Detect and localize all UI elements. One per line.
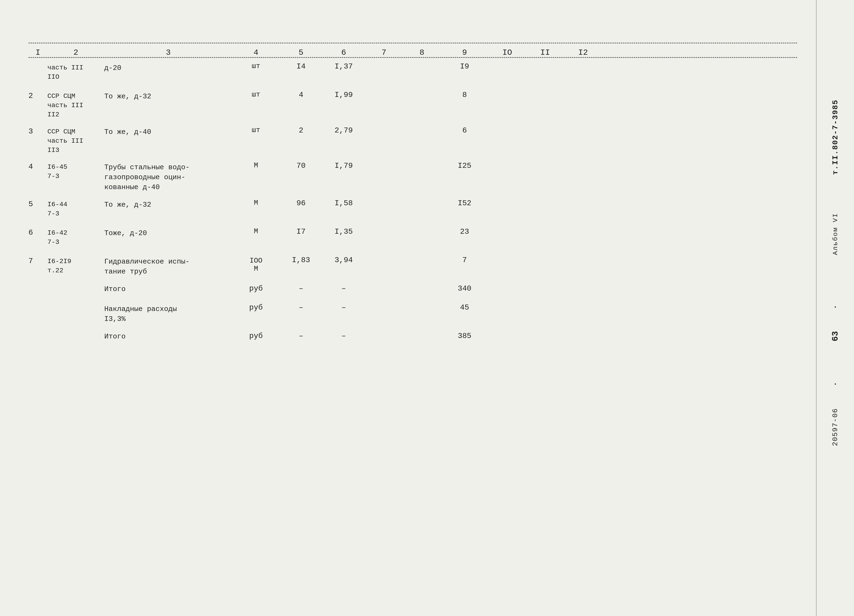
row1-total: 8 — [441, 90, 488, 101]
row1-desc: То же, д-32 — [104, 90, 232, 101]
row7-col10 — [488, 284, 526, 286]
row7-col12 — [564, 284, 602, 286]
row8-ref — [47, 303, 104, 305]
row2-desc: То же, д-40 — [104, 126, 232, 137]
row4-desc: То же, д-32 — [104, 199, 232, 210]
side-margin: т.II.802-7-3985 Альбом VI · 63 · 20597-0… — [816, 0, 854, 616]
row7-unit: руб — [232, 284, 280, 295]
row7-col8 — [403, 284, 441, 286]
row7-qty: – — [280, 284, 322, 295]
row3-col10 — [488, 162, 526, 163]
row0-col11 — [526, 62, 564, 64]
col-header-6: 6 — [322, 48, 365, 57]
row1-price: I,99 — [322, 90, 365, 101]
table-row: 5 I6-44 7-3 То же, д-32 М 96 I,58 I52 — [29, 195, 797, 224]
table-row: 3 ССР СЦМ часть III II3 То же, д-40 шт 2… — [29, 123, 797, 158]
col-header-7: 7 — [365, 48, 403, 57]
row7-col11 — [526, 284, 564, 286]
row4-col10 — [488, 199, 526, 201]
row6-qty: I,83 — [280, 256, 322, 267]
table-row: 2 ССР СЦМ часть III II2 То же, д-32 шт 4… — [29, 87, 797, 123]
row7-price: – — [322, 284, 365, 295]
row9-num — [29, 332, 47, 334]
row2-col8 — [403, 126, 441, 128]
row4-price: I,58 — [322, 199, 365, 209]
row5-unit: М — [232, 227, 280, 237]
row8-col7 — [365, 303, 403, 305]
row0-desc: д-20 — [104, 62, 232, 73]
row0-total: I9 — [441, 62, 488, 73]
row6-col11 — [526, 256, 564, 258]
side-label-bottom: 20597-06 — [831, 408, 839, 446]
row3-col11 — [526, 162, 564, 163]
row5-col12 — [564, 227, 602, 229]
row9-unit: руб — [232, 332, 280, 342]
row4-total: I52 — [441, 199, 488, 209]
row6-unit: IOO М — [232, 256, 280, 273]
row4-num: 5 — [29, 199, 47, 209]
page: I 2 3 4 5 6 7 8 9 IO II I2 часть III IIO… — [0, 0, 854, 616]
row2-unit: шт — [232, 126, 280, 136]
row8-col12 — [564, 303, 602, 305]
row3-num: 4 — [29, 162, 47, 171]
row0-unit: шт — [232, 62, 280, 72]
row5-ref: I6-42 7-3 — [47, 227, 104, 247]
row4-col7 — [365, 199, 403, 201]
col-header-11: II — [526, 48, 564, 57]
row8-col8 — [403, 303, 441, 305]
row1-col11 — [526, 90, 564, 92]
row6-total: 7 — [441, 256, 488, 267]
row5-num: 6 — [29, 227, 47, 237]
row6-ref: I6-2I9 т.22 — [47, 256, 104, 275]
row0-col10 — [488, 62, 526, 64]
row7-total: 340 — [441, 284, 488, 295]
table-row: Итого руб – – 385 — [29, 328, 797, 347]
row5-col7 — [365, 227, 403, 229]
row9-price: – — [322, 332, 365, 342]
row5-desc: Тоже, д-20 — [104, 227, 232, 238]
row3-col8 — [403, 162, 441, 163]
row6-price: 3,94 — [322, 256, 365, 267]
row7-desc: Итого — [104, 284, 232, 296]
dashed-line-header — [29, 57, 797, 58]
row3-price: I,79 — [322, 162, 365, 172]
row7-col7 — [365, 284, 403, 286]
row7-num — [29, 284, 47, 286]
row1-col10 — [488, 90, 526, 92]
row3-total: I25 — [441, 162, 488, 172]
row2-col12 — [564, 126, 602, 128]
row9-ref — [47, 332, 104, 334]
row0-qty: I4 — [280, 62, 322, 73]
row2-ref: ССР СЦМ часть III II3 — [47, 126, 104, 155]
row1-col7 — [365, 90, 403, 92]
side-label-number: 63 — [831, 331, 840, 341]
row2-price: 2,79 — [322, 126, 365, 137]
row9-col11 — [526, 332, 564, 334]
row0-col8 — [403, 62, 441, 64]
row2-num: 3 — [29, 126, 47, 136]
row8-col10 — [488, 303, 526, 305]
row6-num: 7 — [29, 256, 47, 265]
col-header-9: 9 — [441, 48, 488, 57]
row5-total: 23 — [441, 227, 488, 238]
side-label-top: т.II.802-7-3985 — [831, 99, 840, 175]
row4-col12 — [564, 199, 602, 201]
row2-col11 — [526, 126, 564, 128]
row3-qty: 70 — [280, 162, 322, 172]
row0-num — [29, 62, 47, 63]
row9-col10 — [488, 332, 526, 334]
table-row: 6 I6-42 7-3 Тоже, д-20 М I7 I,35 23 — [29, 224, 797, 252]
col-header-1: I — [29, 48, 47, 57]
row3-col7 — [365, 162, 403, 163]
row6-col8 — [403, 256, 441, 258]
row8-qty: – — [280, 303, 322, 314]
row2-total: 6 — [441, 126, 488, 137]
col-header-2: 2 — [47, 48, 104, 57]
row3-desc: Трубы стальные водо- газопроводные оцин-… — [104, 162, 232, 192]
col-header-10: IO — [488, 48, 526, 57]
col-header-5: 5 — [280, 48, 322, 57]
row4-unit: М — [232, 199, 280, 209]
side-bullet1: · — [833, 302, 838, 312]
table-row: Накладные расходы I3,3% руб – – 45 — [29, 300, 797, 328]
row0-col12 — [564, 62, 602, 64]
